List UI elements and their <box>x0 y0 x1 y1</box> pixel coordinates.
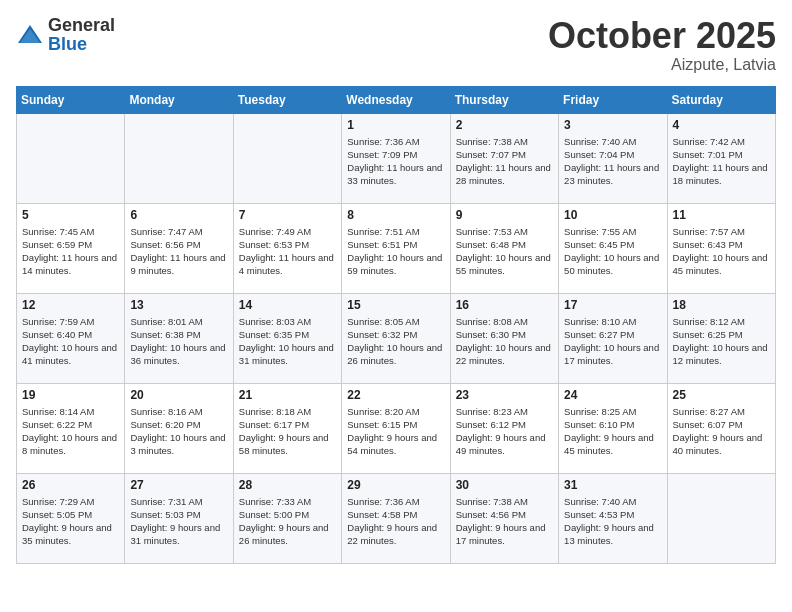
calendar-cell: 26Sunrise: 7:29 AM Sunset: 5:05 PM Dayli… <box>17 473 125 563</box>
col-header-monday: Monday <box>125 86 233 113</box>
cell-content: Sunrise: 7:53 AM Sunset: 6:48 PM Dayligh… <box>456 225 553 278</box>
calendar-week-row: 1Sunrise: 7:36 AM Sunset: 7:09 PM Daylig… <box>17 113 776 203</box>
cell-content: Sunrise: 8:14 AM Sunset: 6:22 PM Dayligh… <box>22 405 119 458</box>
calendar-cell: 9Sunrise: 7:53 AM Sunset: 6:48 PM Daylig… <box>450 203 558 293</box>
calendar-cell: 22Sunrise: 8:20 AM Sunset: 6:15 PM Dayli… <box>342 383 450 473</box>
col-header-friday: Friday <box>559 86 667 113</box>
calendar-cell: 16Sunrise: 8:08 AM Sunset: 6:30 PM Dayli… <box>450 293 558 383</box>
calendar-header-row: SundayMondayTuesdayWednesdayThursdayFrid… <box>17 86 776 113</box>
cell-content: Sunrise: 7:33 AM Sunset: 5:00 PM Dayligh… <box>239 495 336 548</box>
day-number: 22 <box>347 388 444 402</box>
calendar-cell: 3Sunrise: 7:40 AM Sunset: 7:04 PM Daylig… <box>559 113 667 203</box>
calendar-cell: 5Sunrise: 7:45 AM Sunset: 6:59 PM Daylig… <box>17 203 125 293</box>
day-number: 9 <box>456 208 553 222</box>
day-number: 13 <box>130 298 227 312</box>
cell-content: Sunrise: 8:16 AM Sunset: 6:20 PM Dayligh… <box>130 405 227 458</box>
calendar-week-row: 19Sunrise: 8:14 AM Sunset: 6:22 PM Dayli… <box>17 383 776 473</box>
day-number: 7 <box>239 208 336 222</box>
title-block: October 2025 Aizpute, Latvia <box>548 16 776 74</box>
calendar-cell: 23Sunrise: 8:23 AM Sunset: 6:12 PM Dayli… <box>450 383 558 473</box>
cell-content: Sunrise: 8:05 AM Sunset: 6:32 PM Dayligh… <box>347 315 444 368</box>
calendar-cell: 29Sunrise: 7:36 AM Sunset: 4:58 PM Dayli… <box>342 473 450 563</box>
calendar-cell: 6Sunrise: 7:47 AM Sunset: 6:56 PM Daylig… <box>125 203 233 293</box>
cell-content: Sunrise: 7:49 AM Sunset: 6:53 PM Dayligh… <box>239 225 336 278</box>
logo-general: General <box>48 15 115 35</box>
day-number: 1 <box>347 118 444 132</box>
calendar-cell <box>125 113 233 203</box>
col-header-wednesday: Wednesday <box>342 86 450 113</box>
day-number: 27 <box>130 478 227 492</box>
cell-content: Sunrise: 7:38 AM Sunset: 4:56 PM Dayligh… <box>456 495 553 548</box>
location: Aizpute, Latvia <box>548 56 776 74</box>
cell-content: Sunrise: 8:08 AM Sunset: 6:30 PM Dayligh… <box>456 315 553 368</box>
day-number: 28 <box>239 478 336 492</box>
day-number: 18 <box>673 298 770 312</box>
cell-content: Sunrise: 8:27 AM Sunset: 6:07 PM Dayligh… <box>673 405 770 458</box>
calendar-cell: 11Sunrise: 7:57 AM Sunset: 6:43 PM Dayli… <box>667 203 775 293</box>
logo-icon <box>16 21 44 49</box>
calendar-table: SundayMondayTuesdayWednesdayThursdayFrid… <box>16 86 776 564</box>
day-number: 10 <box>564 208 661 222</box>
calendar-cell: 21Sunrise: 8:18 AM Sunset: 6:17 PM Dayli… <box>233 383 341 473</box>
day-number: 6 <box>130 208 227 222</box>
logo-blue: Blue <box>48 34 87 54</box>
cell-content: Sunrise: 8:23 AM Sunset: 6:12 PM Dayligh… <box>456 405 553 458</box>
calendar-cell: 8Sunrise: 7:51 AM Sunset: 6:51 PM Daylig… <box>342 203 450 293</box>
calendar-cell: 14Sunrise: 8:03 AM Sunset: 6:35 PM Dayli… <box>233 293 341 383</box>
cell-content: Sunrise: 7:36 AM Sunset: 4:58 PM Dayligh… <box>347 495 444 548</box>
calendar-cell <box>17 113 125 203</box>
day-number: 30 <box>456 478 553 492</box>
cell-content: Sunrise: 7:59 AM Sunset: 6:40 PM Dayligh… <box>22 315 119 368</box>
cell-content: Sunrise: 7:45 AM Sunset: 6:59 PM Dayligh… <box>22 225 119 278</box>
calendar-cell: 7Sunrise: 7:49 AM Sunset: 6:53 PM Daylig… <box>233 203 341 293</box>
month-title: October 2025 <box>548 16 776 56</box>
calendar-week-row: 12Sunrise: 7:59 AM Sunset: 6:40 PM Dayli… <box>17 293 776 383</box>
cell-content: Sunrise: 7:51 AM Sunset: 6:51 PM Dayligh… <box>347 225 444 278</box>
calendar-cell: 24Sunrise: 8:25 AM Sunset: 6:10 PM Dayli… <box>559 383 667 473</box>
col-header-thursday: Thursday <box>450 86 558 113</box>
cell-content: Sunrise: 7:55 AM Sunset: 6:45 PM Dayligh… <box>564 225 661 278</box>
day-number: 5 <box>22 208 119 222</box>
cell-content: Sunrise: 8:12 AM Sunset: 6:25 PM Dayligh… <box>673 315 770 368</box>
day-number: 8 <box>347 208 444 222</box>
calendar-cell: 20Sunrise: 8:16 AM Sunset: 6:20 PM Dayli… <box>125 383 233 473</box>
calendar-week-row: 26Sunrise: 7:29 AM Sunset: 5:05 PM Dayli… <box>17 473 776 563</box>
col-header-sunday: Sunday <box>17 86 125 113</box>
day-number: 11 <box>673 208 770 222</box>
day-number: 24 <box>564 388 661 402</box>
cell-content: Sunrise: 8:20 AM Sunset: 6:15 PM Dayligh… <box>347 405 444 458</box>
calendar-cell: 30Sunrise: 7:38 AM Sunset: 4:56 PM Dayli… <box>450 473 558 563</box>
calendar-cell: 28Sunrise: 7:33 AM Sunset: 5:00 PM Dayli… <box>233 473 341 563</box>
logo: General Blue <box>16 16 115 54</box>
day-number: 31 <box>564 478 661 492</box>
calendar-cell: 1Sunrise: 7:36 AM Sunset: 7:09 PM Daylig… <box>342 113 450 203</box>
cell-content: Sunrise: 7:42 AM Sunset: 7:01 PM Dayligh… <box>673 135 770 188</box>
day-number: 4 <box>673 118 770 132</box>
day-number: 21 <box>239 388 336 402</box>
day-number: 29 <box>347 478 444 492</box>
day-number: 19 <box>22 388 119 402</box>
calendar-cell: 17Sunrise: 8:10 AM Sunset: 6:27 PM Dayli… <box>559 293 667 383</box>
day-number: 16 <box>456 298 553 312</box>
day-number: 26 <box>22 478 119 492</box>
calendar-cell: 25Sunrise: 8:27 AM Sunset: 6:07 PM Dayli… <box>667 383 775 473</box>
calendar-cell: 31Sunrise: 7:40 AM Sunset: 4:53 PM Dayli… <box>559 473 667 563</box>
day-number: 14 <box>239 298 336 312</box>
day-number: 3 <box>564 118 661 132</box>
day-number: 12 <box>22 298 119 312</box>
calendar-cell: 15Sunrise: 8:05 AM Sunset: 6:32 PM Dayli… <box>342 293 450 383</box>
cell-content: Sunrise: 8:03 AM Sunset: 6:35 PM Dayligh… <box>239 315 336 368</box>
cell-content: Sunrise: 8:01 AM Sunset: 6:38 PM Dayligh… <box>130 315 227 368</box>
calendar-cell: 18Sunrise: 8:12 AM Sunset: 6:25 PM Dayli… <box>667 293 775 383</box>
cell-content: Sunrise: 7:40 AM Sunset: 7:04 PM Dayligh… <box>564 135 661 188</box>
calendar-cell <box>667 473 775 563</box>
page-header: General Blue October 2025 Aizpute, Latvi… <box>16 16 776 74</box>
col-header-saturday: Saturday <box>667 86 775 113</box>
day-number: 20 <box>130 388 227 402</box>
cell-content: Sunrise: 7:31 AM Sunset: 5:03 PM Dayligh… <box>130 495 227 548</box>
day-number: 23 <box>456 388 553 402</box>
cell-content: Sunrise: 7:36 AM Sunset: 7:09 PM Dayligh… <box>347 135 444 188</box>
calendar-cell: 13Sunrise: 8:01 AM Sunset: 6:38 PM Dayli… <box>125 293 233 383</box>
cell-content: Sunrise: 8:18 AM Sunset: 6:17 PM Dayligh… <box>239 405 336 458</box>
calendar-cell: 2Sunrise: 7:38 AM Sunset: 7:07 PM Daylig… <box>450 113 558 203</box>
